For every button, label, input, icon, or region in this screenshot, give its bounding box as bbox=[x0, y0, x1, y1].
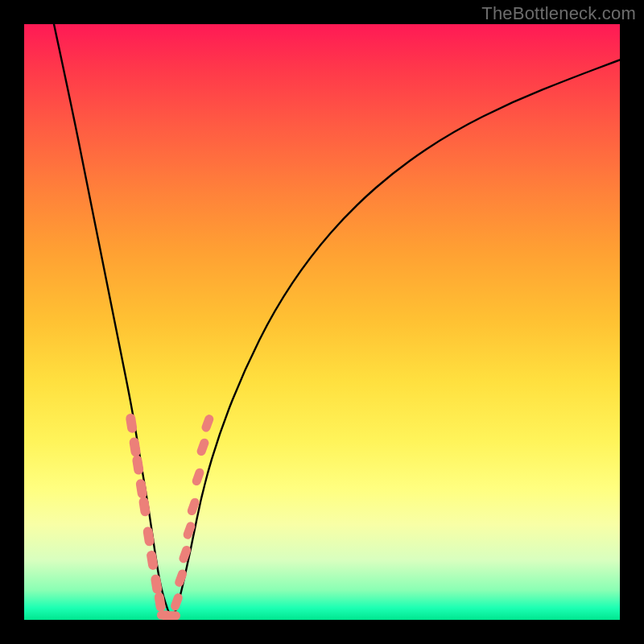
curve-marker bbox=[200, 414, 215, 433]
curve-marker bbox=[125, 413, 138, 434]
curve-marker bbox=[150, 574, 163, 595]
bottleneck-curve bbox=[24, 24, 620, 620]
chart-frame: TheBottleneck.com bbox=[0, 0, 644, 644]
curve-marker bbox=[166, 611, 180, 620]
chart-plot-area bbox=[24, 24, 620, 620]
curve-path bbox=[54, 24, 620, 617]
curve-marker bbox=[169, 592, 184, 612]
curve-marker bbox=[196, 437, 210, 456]
curve-marker bbox=[138, 497, 151, 518]
curve-marker bbox=[131, 455, 144, 476]
curve-marker bbox=[146, 550, 159, 571]
curve-marker bbox=[142, 526, 155, 547]
curve-marker bbox=[135, 478, 148, 499]
curve-marker bbox=[154, 592, 167, 613]
watermark-text: TheBottleneck.com bbox=[481, 3, 636, 24]
curve-marker bbox=[191, 467, 205, 486]
curve-marker bbox=[129, 437, 142, 458]
